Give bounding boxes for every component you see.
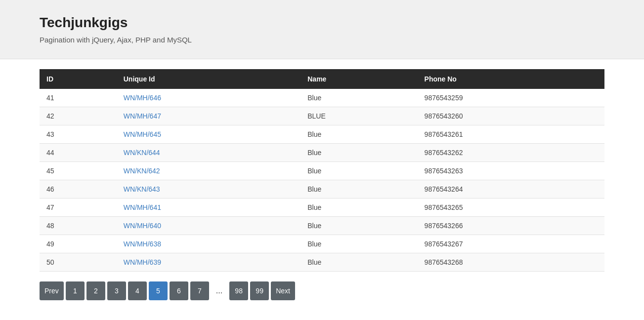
cell-id: 50 xyxy=(40,253,117,272)
prev-button[interactable]: Prev xyxy=(40,281,64,300)
table-row: 50WN/MH/639Blue9876543268 xyxy=(40,253,604,272)
cell-name: Blue xyxy=(301,89,417,107)
table-row: 47WN/MH/641Blue9876543265 xyxy=(40,199,604,217)
cell-id: 47 xyxy=(40,199,117,217)
cell-phone: 9876543262 xyxy=(418,144,604,162)
unique-id-link[interactable]: WN/MH/647 xyxy=(124,112,161,120)
table-row: 43WN/MH/645Blue9876543261 xyxy=(40,125,604,144)
cell-id: 46 xyxy=(40,180,117,199)
table-row: 49WN/MH/638Blue9876543267 xyxy=(40,235,604,253)
page-button-98[interactable]: 98 xyxy=(229,281,248,300)
page-button-3[interactable]: 3 xyxy=(107,281,126,300)
col-phone: Phone No xyxy=(418,69,604,89)
page-subtitle: Pagination with jQuery, Ajax, PHP and My… xyxy=(40,36,604,44)
unique-id-link[interactable]: WN/MH/645 xyxy=(124,130,161,138)
page-button-2[interactable]: 2 xyxy=(86,281,105,300)
cell-name: Blue xyxy=(301,199,417,217)
cell-id: 42 xyxy=(40,107,117,125)
table-header: ID Unique Id Name Phone No xyxy=(40,69,604,89)
table-row: 44WN/KN/644Blue9876543262 xyxy=(40,144,604,162)
cell-unique-id[interactable]: WN/MH/638 xyxy=(117,235,301,253)
cell-name: Blue xyxy=(301,253,417,272)
cell-phone: 9876543260 xyxy=(418,107,604,125)
table-row: 42WN/MH/647BLUE9876543260 xyxy=(40,107,604,125)
page-button-7[interactable]: 7 xyxy=(190,281,209,300)
cell-unique-id[interactable]: WN/MH/645 xyxy=(117,125,301,144)
table-row: 46WN/KN/643Blue9876543264 xyxy=(40,180,604,199)
cell-name: Blue xyxy=(301,180,417,199)
cell-unique-id[interactable]: WN/MH/640 xyxy=(117,217,301,235)
cell-name: Blue xyxy=(301,235,417,253)
page-title: Techjunkgigs xyxy=(40,15,604,31)
cell-phone: 9876543268 xyxy=(418,253,604,272)
data-table: ID Unique Id Name Phone No 41WN/MH/646Bl… xyxy=(40,69,604,272)
table-row: 41WN/MH/646Blue9876543259 xyxy=(40,89,604,107)
cell-phone: 9876543265 xyxy=(418,199,604,217)
page-button-6[interactable]: 6 xyxy=(170,281,188,300)
cell-unique-id[interactable]: WN/KN/644 xyxy=(117,144,301,162)
cell-id: 45 xyxy=(40,162,117,180)
table-body: 41WN/MH/646Blue987654325942WN/MH/647BLUE… xyxy=(40,89,604,272)
cell-phone: 9876543266 xyxy=(418,217,604,235)
cell-id: 43 xyxy=(40,125,117,144)
page-button-99[interactable]: 99 xyxy=(250,281,269,300)
pagination: Prev 1 2 3 4 5 6 7 ... 98 99 Next xyxy=(40,281,604,300)
cell-phone: 9876543263 xyxy=(418,162,604,180)
unique-id-link[interactable]: WN/KN/643 xyxy=(124,185,160,193)
cell-id: 49 xyxy=(40,235,117,253)
header-section: Techjunkgigs Pagination with jQuery, Aja… xyxy=(0,0,644,59)
cell-phone: 9876543259 xyxy=(418,89,604,107)
cell-unique-id[interactable]: WN/MH/641 xyxy=(117,199,301,217)
cell-name: Blue xyxy=(301,125,417,144)
cell-phone: 9876543267 xyxy=(418,235,604,253)
unique-id-link[interactable]: WN/MH/639 xyxy=(124,258,161,266)
cell-unique-id[interactable]: WN/MH/639 xyxy=(117,253,301,272)
table-row: 48WN/MH/640Blue9876543266 xyxy=(40,217,604,235)
col-id: ID xyxy=(40,69,117,89)
cell-name: BLUE xyxy=(301,107,417,125)
col-unique-id: Unique Id xyxy=(117,69,301,89)
cell-unique-id[interactable]: WN/KN/643 xyxy=(117,180,301,199)
cell-unique-id[interactable]: WN/KN/642 xyxy=(117,162,301,180)
main-content: ID Unique Id Name Phone No 41WN/MH/646Bl… xyxy=(0,59,644,315)
next-button[interactable]: Next xyxy=(271,281,295,300)
cell-name: Blue xyxy=(301,217,417,235)
cell-unique-id[interactable]: WN/MH/647 xyxy=(117,107,301,125)
unique-id-link[interactable]: WN/MH/640 xyxy=(124,222,161,230)
cell-id: 41 xyxy=(40,89,117,107)
ellipsis: ... xyxy=(211,281,227,300)
table-row: 45WN/KN/642Blue9876543263 xyxy=(40,162,604,180)
page-button-1[interactable]: 1 xyxy=(66,281,85,300)
unique-id-link[interactable]: WN/MH/638 xyxy=(124,240,161,248)
col-name: Name xyxy=(301,69,417,89)
page-button-4[interactable]: 4 xyxy=(128,281,147,300)
cell-name: Blue xyxy=(301,144,417,162)
page-button-5[interactable]: 5 xyxy=(149,281,168,300)
unique-id-link[interactable]: WN/KN/642 xyxy=(124,167,160,175)
cell-unique-id[interactable]: WN/MH/646 xyxy=(117,89,301,107)
table-header-row: ID Unique Id Name Phone No xyxy=(40,69,604,89)
cell-name: Blue xyxy=(301,162,417,180)
unique-id-link[interactable]: WN/MH/641 xyxy=(124,203,161,211)
cell-phone: 9876543264 xyxy=(418,180,604,199)
cell-id: 44 xyxy=(40,144,117,162)
unique-id-link[interactable]: WN/KN/644 xyxy=(124,149,160,157)
unique-id-link[interactable]: WN/MH/646 xyxy=(124,94,161,102)
cell-phone: 9876543261 xyxy=(418,125,604,144)
cell-id: 48 xyxy=(40,217,117,235)
